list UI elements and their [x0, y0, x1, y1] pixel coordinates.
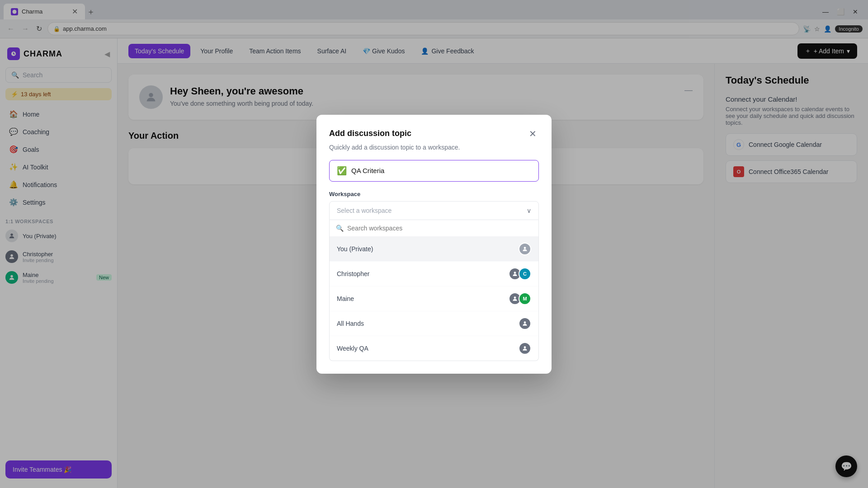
- workspace-option-christopher[interactable]: Christopher C: [330, 262, 538, 286]
- workspace-all-hands-avatars: [519, 317, 531, 330]
- svg-point-7: [514, 296, 516, 299]
- workspace-option-maine-name: Maine: [337, 295, 354, 302]
- workspace-option-weekly-qa-name: Weekly QA: [337, 345, 368, 352]
- modal-close-button[interactable]: ✕: [526, 127, 539, 140]
- topic-text: QA Criteria: [351, 167, 384, 174]
- maine-avatar-2: M: [519, 292, 531, 305]
- workspace-maine-avatars: M: [509, 292, 531, 305]
- check-circle-icon: ✅: [337, 166, 347, 176]
- svg-point-6: [514, 272, 516, 274]
- workspace-option-maine[interactable]: Maine M: [330, 286, 538, 311]
- workspace-option-all-hands-name: All Hands: [337, 320, 364, 327]
- search-workspaces-icon: 🔍: [336, 225, 344, 232]
- workspace-label: Workspace: [329, 191, 539, 197]
- workspace-weekly-qa-avatars: [519, 342, 531, 355]
- workspace-option-you-private-name: You (Private): [337, 245, 373, 253]
- workspace-search-input[interactable]: [347, 225, 532, 232]
- workspace-dropdown-list: 🔍 You (Private) Christopher C: [329, 220, 539, 361]
- workspace-select-text: Select a workspace: [337, 207, 392, 214]
- workspace-option-you-private[interactable]: You (Private): [330, 237, 538, 262]
- all-hands-avatar: [519, 317, 531, 330]
- workspace-christopher-avatars: C: [509, 267, 531, 280]
- modal-header: Add discussion topic ✕: [329, 127, 539, 140]
- svg-point-8: [524, 321, 526, 324]
- workspace-search-bar: 🔍: [330, 220, 538, 237]
- modal-backdrop[interactable]: Add discussion topic ✕ Quickly add a dis…: [0, 0, 868, 488]
- add-discussion-topic-modal: Add discussion topic ✕ Quickly add a dis…: [316, 115, 552, 374]
- chevron-down-icon: ∨: [527, 207, 531, 214]
- workspace-option-christopher-name: Christopher: [337, 270, 369, 277]
- workspace-option-weekly-qa[interactable]: Weekly QA: [330, 336, 538, 361]
- christopher-avatar-2: C: [519, 267, 531, 280]
- modal-title: Add discussion topic: [329, 129, 411, 138]
- workspace-select-dropdown[interactable]: Select a workspace ∨: [329, 201, 539, 220]
- you-private-avatar: [519, 243, 531, 255]
- modal-subtitle: Quickly add a discussion topic to a work…: [329, 144, 539, 151]
- svg-point-5: [524, 247, 526, 249]
- weekly-qa-avatar: [519, 342, 531, 355]
- workspace-you-avatars: [519, 243, 531, 255]
- topic-input-field[interactable]: ✅ QA Criteria: [329, 160, 539, 182]
- workspace-option-all-hands[interactable]: All Hands: [330, 311, 538, 336]
- svg-point-9: [524, 346, 526, 348]
